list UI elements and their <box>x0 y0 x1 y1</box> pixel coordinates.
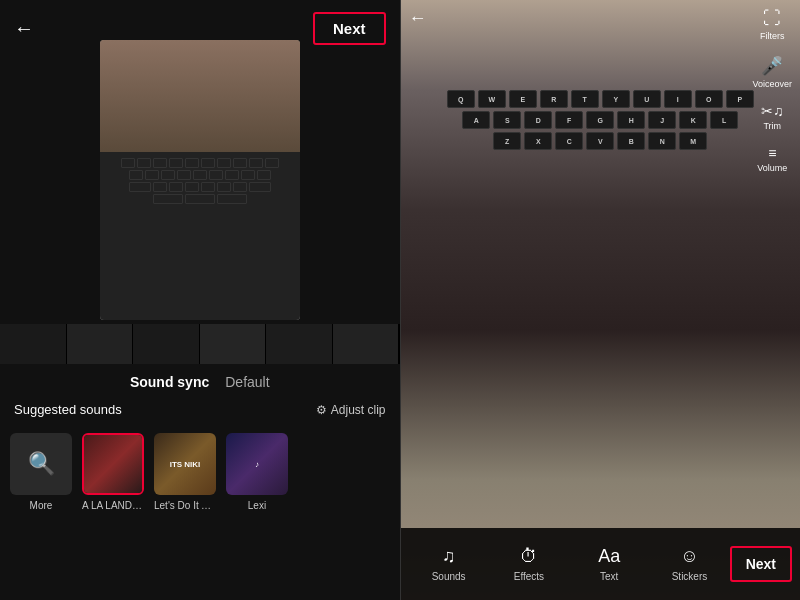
suggested-sounds-row: Suggested sounds ⚙ Adjust clip <box>0 398 400 425</box>
suggested-sounds-label: Suggested sounds <box>14 402 122 417</box>
adjust-icon: ⚙ <box>316 403 327 417</box>
next-button-right[interactable]: Next <box>730 546 792 582</box>
filmstrip-frame <box>266 324 333 364</box>
key-v: V <box>586 132 614 150</box>
key-s: S <box>493 111 521 129</box>
lets-do-thumb: ITS NIKI <box>154 433 216 495</box>
toolbar-stickers[interactable]: ☺ Stickers <box>649 546 729 582</box>
filmstrip-left <box>0 324 400 364</box>
filters-icon: ⛶ <box>763 8 781 29</box>
filmstrip-frame <box>67 324 134 364</box>
sound-ala-land[interactable]: A LA LAND (... <box>82 433 144 511</box>
lexi-label: Lexi <box>248 500 266 511</box>
key-t: T <box>571 90 599 108</box>
lexi-thumb: ♪ <box>226 433 288 495</box>
video-preview-left <box>100 40 300 320</box>
text-label: Text <box>600 571 618 582</box>
video-preview-right: Q W E R T Y U I O P A S D F G H <box>401 0 801 600</box>
stickers-label: Stickers <box>672 571 708 582</box>
filmstrip-frame <box>0 324 67 364</box>
key-l: L <box>710 111 738 129</box>
key-u: U <box>633 90 661 108</box>
sound-sync-label: Sound sync <box>130 374 209 390</box>
adjust-clip-label: Adjust clip <box>331 403 386 417</box>
text-icon: Aa <box>598 546 620 567</box>
ala-land-thumb <box>82 433 144 495</box>
key-n: N <box>648 132 676 150</box>
effects-icon: ⏱ <box>520 546 538 567</box>
left-header: ← Next <box>0 0 400 57</box>
toolbar-sounds[interactable]: ♫ Sounds <box>409 546 489 582</box>
key-p: P <box>726 90 754 108</box>
key-x: X <box>524 132 552 150</box>
key-e: E <box>509 90 537 108</box>
key-f: F <box>555 111 583 129</box>
key-g: G <box>586 111 614 129</box>
search-thumb: 🔍 <box>10 433 72 495</box>
tool-trim[interactable]: ✂♫ Trim <box>761 103 784 131</box>
sound-more[interactable]: 🔍 More <box>10 433 72 511</box>
sound-lets-do[interactable]: ITS NIKI Let's Do It Ag... <box>154 433 216 511</box>
ala-land-bg <box>84 435 142 493</box>
key-h: H <box>617 111 645 129</box>
key-row-2: A S D F G H J K L <box>420 111 780 129</box>
key-d: D <box>524 111 552 129</box>
key-w: W <box>478 90 506 108</box>
keyboard-bg-right: Q W E R T Y U I O P A S D F G H <box>401 0 801 600</box>
filmstrip-frame <box>200 324 267 364</box>
toolbar-effects[interactable]: ⏱ Effects <box>489 546 569 582</box>
key-j: J <box>648 111 676 129</box>
filmstrip-frame <box>133 324 200 364</box>
lets-do-bg: ITS NIKI <box>154 433 216 495</box>
filmstrip-frame <box>333 324 400 364</box>
stickers-icon: ☺ <box>680 546 698 567</box>
effects-label: Effects <box>514 571 544 582</box>
trim-label: Trim <box>763 121 781 131</box>
key-r: R <box>540 90 568 108</box>
sounds-list: 🔍 More A LA LAND (... ITS NIKI Let's Do … <box>0 425 400 519</box>
lets-do-label: Let's Do It Ag... <box>154 500 216 511</box>
toolbar-text[interactable]: Aa Text <box>569 546 649 582</box>
key-k: K <box>679 111 707 129</box>
sounds-icon: ♫ <box>442 546 456 567</box>
key-c: C <box>555 132 583 150</box>
adjust-clip-button[interactable]: ⚙ Adjust clip <box>316 403 386 417</box>
sound-lexi[interactable]: ♪ Lexi <box>226 433 288 511</box>
keyboard-keys-right: Q W E R T Y U I O P A S D F G H <box>420 90 780 420</box>
bottom-toolbar: ♫ Sounds ⏱ Effects Aa Text ☺ Stickers Ne… <box>401 528 801 600</box>
trim-icon: ✂♫ <box>761 103 784 119</box>
right-header: ← <box>409 8 427 29</box>
ala-land-label: A LA LAND (... <box>82 500 144 511</box>
key-row-1: Q W E R T Y U I O P <box>420 90 780 108</box>
tool-filters[interactable]: ⛶ Filters <box>760 8 785 41</box>
voiceover-icon: 🎤 <box>761 55 783 77</box>
default-label: Default <box>225 374 269 390</box>
key-q: Q <box>447 90 475 108</box>
left-panel: ← Next <box>0 0 400 600</box>
sounds-label: Sounds <box>432 571 466 582</box>
right-sidebar-tools: ⛶ Filters 🎤 Voiceover ✂♫ Trim ≡ Volume <box>752 8 792 173</box>
keyboard-image-left <box>100 40 300 320</box>
back-button-left[interactable]: ← <box>14 17 34 40</box>
sound-sync-row: Sound sync Default <box>0 364 400 398</box>
key-m: M <box>679 132 707 150</box>
lexi-bg: ♪ <box>226 433 288 495</box>
search-icon: 🔍 <box>28 451 55 477</box>
right-panel: Q W E R T Y U I O P A S D F G H <box>401 0 801 600</box>
more-label: More <box>30 500 53 511</box>
key-row-3: Z X C V B N M <box>420 132 780 150</box>
filters-label: Filters <box>760 31 785 41</box>
key-i: I <box>664 90 692 108</box>
voiceover-label: Voiceover <box>752 79 792 89</box>
key-y: Y <box>602 90 630 108</box>
volume-icon: ≡ <box>768 145 776 161</box>
key-a: A <box>462 111 490 129</box>
key-b: B <box>617 132 645 150</box>
tool-voiceover[interactable]: 🎤 Voiceover <box>752 55 792 89</box>
tool-volume[interactable]: ≡ Volume <box>757 145 787 173</box>
key-o: O <box>695 90 723 108</box>
next-button-left[interactable]: Next <box>313 12 386 45</box>
key-z: Z <box>493 132 521 150</box>
back-button-right[interactable]: ← <box>409 8 427 29</box>
volume-label: Volume <box>757 163 787 173</box>
